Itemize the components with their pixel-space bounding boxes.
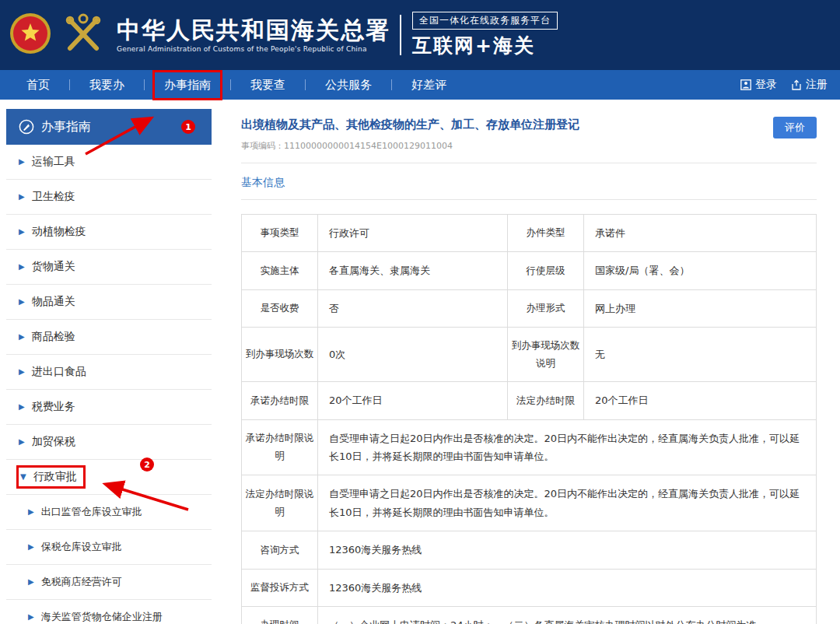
field-label: 到办事现场次数说明 (508, 328, 584, 382)
annotation-box-administrative-approval: ▼ 行政审批 (19, 468, 83, 486)
sidebar-item-bonded[interactable]: ▶ 加贸保税 (6, 425, 212, 460)
field-value: 否 (318, 289, 508, 327)
nav-item-query[interactable]: 我要查 (241, 72, 295, 98)
sidebar-item-administrative-approval[interactable]: ▼ 行政审批 (6, 460, 212, 495)
triangle-right-icon: ▶ (19, 298, 25, 306)
table-row: 承诺办结时限说明 自受理申请之日起20日内作出是否核准的决定。20日内不能作出决… (242, 419, 817, 475)
field-label: 事项类型 (242, 215, 318, 252)
table-row: 事项类型 行政许可 办件类型 承诺件 (242, 215, 817, 252)
guide-compass-icon (19, 119, 34, 135)
sidebar-item-animal-plant[interactable]: ▶ 动植物检疫 (6, 215, 212, 250)
field-value: （一）企业网上申请时间：24小时； （二）各直属海关审核办理时间以对外公布办公时… (318, 606, 817, 624)
triangle-right-icon: ▶ (28, 543, 34, 551)
field-value: 20个工作日 (584, 382, 817, 419)
field-value: 12360海关服务热线 (318, 569, 817, 606)
sidebar-item-commodity-inspection[interactable]: ▶ 商品检验 (6, 320, 212, 355)
sidebar-item-tax[interactable]: ▶ 税费业务 (6, 390, 212, 425)
sidebar-subitem-bonded-warehouse[interactable]: ▶ 保税仓库设立审批 (6, 530, 212, 565)
field-value: 无 (584, 328, 817, 382)
sidebar-subitem-label: 保税仓库设立审批 (41, 540, 122, 554)
sidebar-title-label: 办事指南 (41, 119, 91, 135)
login-button[interactable]: 登录 (740, 78, 777, 92)
triangle-right-icon: ▶ (19, 368, 25, 376)
register-label: 注册 (806, 78, 828, 92)
triangle-right-icon: ▶ (19, 193, 25, 201)
field-label: 是否收费 (242, 289, 318, 327)
sidebar-item-cargo-clearance[interactable]: ▶ 货物通关 (6, 250, 212, 285)
field-value: 网上办理 (584, 289, 817, 327)
nav-separator (305, 79, 306, 90)
sidebar-item-food-import-export[interactable]: ▶ 进出口食品 (6, 355, 212, 390)
register-button[interactable]: 注册 (791, 78, 828, 92)
main-content: 出境植物及其产品、其他检疫物的生产、加工、存放单位注册登记 事项编码：11100… (241, 117, 817, 624)
field-value: 各直属海关、隶属海关 (318, 252, 508, 289)
triangle-right-icon: ▶ (28, 508, 34, 516)
sidebar-subitem-duty-free-shop[interactable]: ▶ 免税商店经营许可 (6, 565, 212, 600)
field-label: 咨询方式 (242, 531, 318, 569)
triangle-right-icon: ▶ (19, 263, 25, 271)
evaluate-button[interactable]: 评价 (773, 117, 817, 138)
sidebar-item-label: 行政审批 (33, 470, 77, 484)
field-value: 自受理申请之日起20日内作出是否核准的决定。20日内不能作出决定的，经直属海关负… (318, 475, 817, 531)
main-nav: 首页 我要办 办事指南 我要查 公共服务 好差评 登录 (0, 70, 840, 100)
table-row: 咨询方式 12360海关服务热线 (242, 531, 817, 569)
field-value: 0次 (318, 328, 508, 382)
field-label: 办理形式 (508, 289, 584, 327)
sidebar-subitem-storage-enterprise[interactable]: ▶ 海关监管货物仓储企业注册 (6, 600, 212, 624)
sidebar-item-transport[interactable]: ▶ 运输工具 (6, 145, 212, 180)
section-title-basic-info: 基本信息 (241, 176, 817, 200)
sidebar-item-label: 税费业务 (32, 400, 75, 414)
field-value: 国家级/局（署、会） (584, 252, 817, 289)
site-header: 中华人民共和国海关总署 General Administration of Cu… (0, 0, 840, 70)
field-label: 实施主体 (242, 252, 318, 289)
customs-emblem-icon (59, 11, 107, 59)
sidebar-subitem-label: 出口监管仓库设立审批 (41, 505, 142, 519)
triangle-right-icon: ▶ (19, 403, 25, 411)
nav-separator (391, 79, 392, 90)
field-label: 法定办结时限 (508, 382, 584, 419)
login-user-icon (740, 79, 751, 90)
site-title-en: General Administration of Customs of the… (117, 45, 390, 53)
field-value: 承诺件 (584, 215, 817, 252)
field-value: 自受理申请之日起20日内作出是否核准的决定。20日内不能作出决定的，经直属海关负… (318, 419, 817, 475)
field-label: 承诺办结时限说明 (242, 419, 318, 475)
triangle-right-icon: ▶ (28, 578, 34, 586)
field-label: 行使层级 (508, 252, 584, 289)
sidebar-subitem-label: 海关监管货物仓储企业注册 (41, 610, 163, 624)
login-label: 登录 (755, 78, 777, 92)
sidebar-item-goods-clearance[interactable]: ▶ 物品通关 (6, 285, 212, 320)
field-label: 办件类型 (508, 215, 584, 252)
nav-item-public-service[interactable]: 公共服务 (316, 72, 381, 98)
national-emblem-icon (9, 12, 51, 58)
nav-item-service-guide[interactable]: 办事指南 (155, 72, 220, 98)
sidebar-subitem-label: 免税商店经营许可 (41, 575, 122, 589)
sidebar-item-label: 运输工具 (32, 155, 75, 169)
page: 中华人民共和国海关总署 General Administration of Cu… (0, 0, 840, 624)
field-value: 20个工作日 (318, 382, 508, 419)
field-value: 12360海关服务热线 (318, 531, 817, 569)
table-row: 承诺办结时限 20个工作日 法定办结时限 20个工作日 (242, 382, 817, 419)
sidebar-item-health-quarantine[interactable]: ▶ 卫生检疫 (6, 180, 212, 215)
sidebar-item-label: 卫生检疫 (32, 190, 75, 204)
sidebar-item-label: 动植物检疫 (32, 225, 86, 239)
field-label: 到办事现场次数 (242, 328, 318, 382)
triangle-right-icon: ▶ (19, 158, 25, 166)
platform-block: 全国一体化在线政务服务平台 互联网+海关 (412, 12, 558, 58)
sidebar-subitem-export-supervision-warehouse[interactable]: ▶ 出口监管仓库设立审批 (6, 495, 212, 530)
page-title: 出境植物及其产品、其他检疫物的生产、加工、存放单位注册登记 (241, 117, 579, 133)
sidebar-item-label: 加贸保税 (32, 435, 75, 449)
header-divider (400, 15, 401, 55)
nav-separator (144, 79, 145, 90)
nav-item-apply[interactable]: 我要办 (80, 72, 134, 98)
register-icon (791, 79, 802, 90)
platform-badge: 全国一体化在线政务服务平台 (412, 12, 558, 30)
nav-item-home[interactable]: 首页 (17, 72, 59, 98)
triangle-right-icon: ▶ (28, 613, 34, 621)
site-title-block: 中华人民共和国海关总署 General Administration of Cu… (117, 17, 390, 53)
nav-item-rating[interactable]: 好差评 (402, 72, 456, 98)
table-row: 办理时间 （一）企业网上申请时间：24小时； （二）各直属海关审核办理时间以对外… (242, 606, 817, 624)
sidebar-item-label: 物品通关 (32, 295, 75, 309)
field-label: 监督投诉方式 (242, 569, 318, 606)
field-value: 行政许可 (318, 215, 508, 252)
sidebar-item-label: 货物通关 (32, 260, 75, 274)
